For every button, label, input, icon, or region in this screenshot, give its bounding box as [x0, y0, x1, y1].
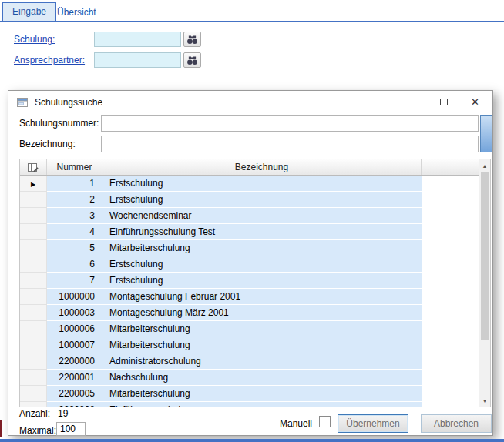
ansprechpartner-input[interactable] — [94, 52, 181, 68]
cell-bezeichnung[interactable]: Nachschulung — [102, 370, 422, 386]
cell-nummer[interactable]: 2200005 — [47, 386, 102, 402]
cell-nummer[interactable]: 3 — [47, 208, 102, 224]
cell-nummer[interactable]: 4 — [47, 224, 102, 240]
cell-nummer[interactable]: 6 — [47, 256, 102, 273]
bezeichnung-input[interactable] — [101, 136, 479, 152]
cell-bezeichnung[interactable]: Administratorschulung — [102, 353, 422, 370]
row-selector-cell[interactable] — [20, 305, 47, 321]
cell-bezeichnung[interactable]: Mitarbeiterschulung — [102, 337, 422, 353]
cell-bezeichnung[interactable]: Erstschulung — [102, 176, 422, 192]
table-row[interactable]: 2200000Administratorschulung — [20, 353, 479, 370]
row-selector-cell[interactable] — [20, 386, 47, 402]
scroll-down-button[interactable]: ▼ — [479, 394, 490, 407]
schulung-input[interactable] — [94, 32, 181, 47]
maximize-button[interactable] — [432, 92, 455, 112]
close-icon: ✕ — [471, 96, 479, 108]
table-row[interactable]: 4Einführungsschulung Test — [20, 224, 479, 240]
screen: Eingabe Übersicht Schulung: Ansprechpart… — [0, 0, 504, 442]
column-header-filler — [422, 159, 479, 175]
row-selector-cell[interactable] — [20, 256, 47, 273]
table-row[interactable]: 7Erstschulung — [20, 273, 479, 289]
cell-bezeichnung[interactable]: Mitarbeiterschulung — [102, 321, 422, 337]
row-selector-cell[interactable] — [20, 224, 47, 240]
cell-nummer[interactable]: 2200006 — [47, 402, 102, 407]
table-row[interactable]: 5Mitarbeiterschulung — [20, 240, 479, 256]
cell-nummer[interactable]: 1 — [47, 176, 102, 192]
anzahl-label: Anzahl: — [19, 408, 50, 419]
search-side-button[interactable] — [480, 115, 492, 152]
cell-bezeichnung[interactable]: Einführungsschulung Test — [102, 224, 422, 240]
cell-nummer[interactable]: 2200001 — [47, 370, 102, 386]
window-left-edge-accent — [0, 420, 2, 437]
table-row[interactable]: 2200006Einführungsschulung — [20, 402, 479, 407]
cell-nummer[interactable]: 1000003 — [47, 305, 102, 321]
tabstrip-underline — [0, 21, 504, 22]
cell-bezeichnung[interactable]: Montageschulung März 2001 — [102, 305, 422, 321]
cell-nummer[interactable]: 1000000 — [47, 289, 102, 305]
manuell-label: Manuell — [280, 418, 312, 429]
text-caret — [106, 119, 106, 129]
form-icon — [16, 96, 29, 109]
schulung-lookup-button[interactable] — [183, 32, 201, 47]
ansprechpartner-label[interactable]: Ansprechpartner: — [14, 55, 85, 65]
row-selector-cell[interactable] — [20, 353, 47, 370]
scrollbar-thumb[interactable] — [481, 172, 489, 340]
row-selector-cell[interactable] — [20, 370, 47, 386]
cell-nummer[interactable]: 5 — [47, 240, 102, 256]
cell-bezeichnung[interactable]: Erstschulung — [102, 256, 422, 273]
column-header-bezeichnung[interactable]: Bezeichnung — [102, 159, 422, 175]
uebernehmen-button[interactable]: Übernehmen — [338, 414, 408, 433]
cell-bezeichnung[interactable]: Einführungsschulung — [102, 402, 422, 407]
table-row[interactable]: 2200001Nachschulung — [20, 370, 479, 386]
manuell-checkbox[interactable] — [319, 416, 331, 427]
ansprechpartner-lookup-button[interactable] — [183, 52, 201, 68]
cell-nummer[interactable]: 2 — [47, 192, 102, 208]
anzahl-value: 19 — [58, 408, 68, 419]
schulungsnummer-input[interactable] — [101, 115, 479, 132]
schulung-label[interactable]: Schulung: — [14, 34, 55, 45]
row-selector-cell[interactable]: ▶ — [20, 176, 47, 192]
cell-nummer[interactable]: 1000007 — [47, 337, 102, 353]
dialog-title: Schulungssuche — [35, 91, 102, 114]
close-button[interactable]: ✕ — [463, 92, 487, 112]
schulungsnummer-label: Schulungsnummer: — [19, 118, 99, 129]
cell-bezeichnung[interactable]: Wochenendseminar — [102, 208, 422, 224]
maximal-input[interactable]: 100 — [56, 422, 86, 436]
table-row[interactable]: 1000000Montageschulung Februar 2001 — [20, 289, 479, 305]
table-row[interactable]: 3Wochenendseminar — [20, 208, 479, 224]
current-row-indicator-icon: ▶ — [31, 181, 35, 188]
select-all-header-cell[interactable] — [20, 159, 47, 175]
cell-bezeichnung[interactable]: Mitarbeiterschulung — [102, 386, 422, 402]
cell-bezeichnung[interactable]: Mitarbeiterschulung — [102, 240, 422, 256]
row-selector-cell[interactable] — [20, 273, 47, 289]
table-row[interactable]: 1000006Mitarbeiterschulung — [20, 321, 479, 337]
vertical-scrollbar[interactable]: ▲ ▼ — [479, 159, 490, 407]
cell-nummer[interactable]: 1000006 — [47, 321, 102, 337]
binoculars-icon — [186, 55, 198, 65]
table-row[interactable]: 1000007Mitarbeiterschulung — [20, 337, 479, 353]
tab-eingabe[interactable]: Eingabe — [2, 2, 56, 21]
row-selector-cell[interactable] — [20, 289, 47, 305]
table-row[interactable]: 6Erstschulung — [20, 256, 479, 273]
table-row[interactable]: ▶1Erstschulung — [20, 176, 479, 192]
table-row[interactable]: 1000003Montageschulung März 2001 — [20, 305, 479, 321]
cell-bezeichnung[interactable]: Erstschulung — [102, 192, 422, 208]
abbrechen-button[interactable]: Abbrechen — [421, 414, 492, 433]
row-selector-cell[interactable] — [20, 321, 47, 337]
row-selector-cell[interactable] — [20, 240, 47, 256]
cell-bezeichnung[interactable]: Montageschulung Februar 2001 — [102, 289, 422, 305]
cell-bezeichnung[interactable]: Erstschulung — [102, 273, 422, 289]
row-selector-cell[interactable] — [20, 208, 47, 224]
table-row[interactable]: 2Erstschulung — [20, 192, 479, 208]
row-selector-cell[interactable] — [20, 337, 47, 353]
cell-nummer[interactable]: 7 — [47, 273, 102, 289]
table-row[interactable]: 2200005Mitarbeiterschulung — [20, 386, 479, 402]
results-grid: Nummer Bezeichnung ▶1Erstschulung2Erstsc… — [19, 159, 491, 407]
column-header-nummer[interactable]: Nummer — [47, 159, 102, 175]
row-selector-cell[interactable] — [20, 192, 47, 208]
row-selector-cell[interactable] — [20, 402, 47, 407]
tab-uebersicht[interactable]: Übersicht — [49, 4, 104, 21]
scroll-up-button[interactable]: ▲ — [479, 159, 490, 172]
cell-nummer[interactable]: 2200000 — [47, 353, 102, 370]
dialog-titlebar[interactable]: Schulungssuche ✕ — [8, 91, 492, 114]
